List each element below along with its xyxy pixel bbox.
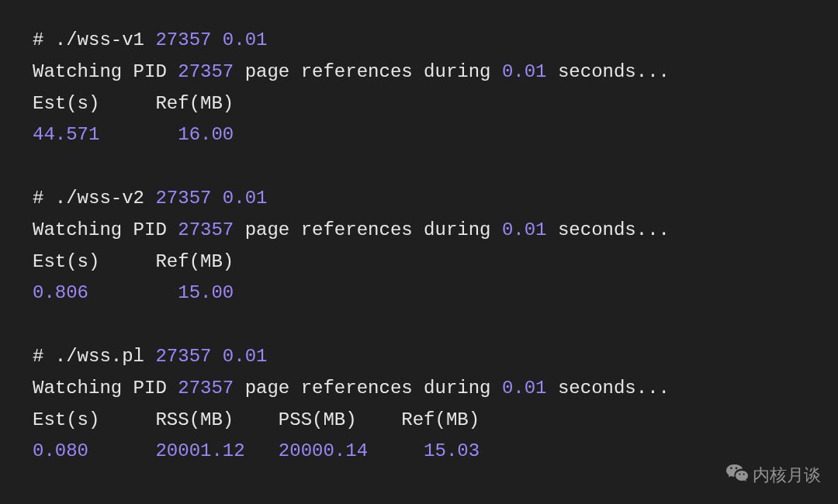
watch-suffix: seconds... <box>547 219 670 240</box>
watermark-text: 内核月谈 <box>753 464 821 487</box>
cmd-args: 27357 0.01 <box>155 346 267 367</box>
cmd-prefix: # ./wss-v2 <box>33 188 155 209</box>
table-header: Est(s) Ref(MB) <box>33 93 234 114</box>
cmd-prefix: # ./wss.pl <box>33 346 155 367</box>
block-2: # ./wss-v2 27357 0.01 Watching PID 27357… <box>33 188 670 303</box>
watch-pid: 27357 <box>178 219 234 240</box>
watch-dur: 0.01 <box>502 378 547 399</box>
watch-prefix: Watching PID <box>33 219 178 240</box>
block-3: # ./wss.pl 27357 0.01 Watching PID 27357… <box>33 346 670 461</box>
watch-suffix: seconds... <box>547 378 670 399</box>
watch-suffix: seconds... <box>547 61 670 82</box>
cmd-args: 27357 0.01 <box>155 188 267 209</box>
table-row: 44.571 16.00 <box>33 124 234 145</box>
watch-dur: 0.01 <box>502 61 547 82</box>
table-header: Est(s) RSS(MB) PSS(MB) Ref(MB) <box>33 409 480 430</box>
watch-mid: page references during <box>234 61 502 82</box>
watch-dur: 0.01 <box>502 219 547 240</box>
terminal-output: # ./wss-v1 27357 0.01 Watching PID 27357… <box>0 0 838 492</box>
watch-prefix: Watching PID <box>33 378 178 399</box>
watermark: 内核月谈 <box>726 464 821 487</box>
table-row: 0.080 20001.12 20000.14 15.03 <box>33 440 480 461</box>
table-row: 0.806 15.00 <box>33 282 234 303</box>
watch-pid: 27357 <box>178 61 234 82</box>
wechat-icon <box>726 464 748 487</box>
block-1: # ./wss-v1 27357 0.01 Watching PID 27357… <box>33 29 670 145</box>
table-header: Est(s) Ref(MB) <box>33 251 234 272</box>
cmd-args: 27357 0.01 <box>155 29 267 50</box>
watch-prefix: Watching PID <box>33 61 178 82</box>
watch-mid: page references during <box>234 219 502 240</box>
watch-mid: page references during <box>234 378 502 399</box>
watch-pid: 27357 <box>178 378 234 399</box>
cmd-prefix: # ./wss-v1 <box>33 29 155 50</box>
